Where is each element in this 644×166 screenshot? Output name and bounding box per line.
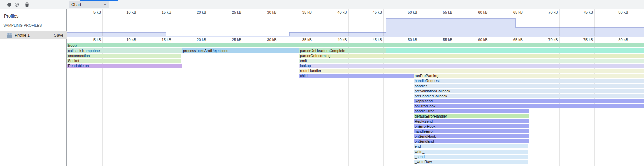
flame-block-callbacktrampoline[interactable]: callbackTrampoline	[67, 48, 182, 53]
active-tab-indicator	[80, 0, 118, 1]
flame-block-onerrorhook[interactable]: onErrorHook	[414, 104, 644, 108]
axis-tick-label: 10 kB	[126, 10, 137, 14]
gridline	[489, 37, 489, 43]
gridline	[630, 37, 630, 43]
flame-block-onsendhook[interactable]: onSendHook	[414, 134, 529, 138]
delete-profile-button[interactable]	[24, 1, 30, 8]
axis-tick-label: 80 kB	[618, 38, 629, 42]
axis-tick-label: 45 kB	[373, 10, 383, 14]
flame-block-processticksandrejections[interactable]: processTicksAndRejections	[182, 48, 299, 53]
flame-block-handleerror[interactable]: handleError	[414, 109, 529, 113]
axis-tick-label: 10 kB	[126, 38, 137, 42]
gridline	[278, 43, 278, 166]
axis-tick-label: 70 kB	[548, 10, 559, 14]
axis-tick-label: 20 kB	[197, 10, 207, 14]
flame-block-prevalidationcallback[interactable]: preValidationCallback	[414, 89, 644, 93]
axis-tick-label: 60 kB	[478, 10, 489, 14]
flame-block-prehandlercallback[interactable]: preHandlerCallback	[414, 94, 644, 98]
gridline	[313, 37, 313, 43]
flame-block-child[interactable]: child	[299, 74, 414, 78]
record-icon	[7, 3, 11, 7]
flame-block-emit[interactable]: emit	[299, 59, 644, 63]
axis-tick-label: 40 kB	[337, 10, 348, 14]
clear-button[interactable]	[13, 1, 20, 8]
profile-grid-icon	[7, 33, 12, 38]
axis-tick-label: 55 kB	[443, 38, 454, 42]
flame-block-handleerror[interactable]: handleError	[414, 129, 529, 133]
gridline	[383, 37, 384, 43]
flame-block-lookup[interactable]: lookup	[299, 64, 644, 68]
gridline	[208, 43, 208, 166]
gridline	[454, 37, 454, 43]
record-button[interactable]	[6, 1, 13, 8]
axis-tick-label: 60 kB	[478, 38, 489, 42]
flame-block-handler[interactable]: handler	[414, 84, 644, 88]
axis-tick-label: 20 kB	[197, 38, 207, 42]
flame-block-parseronheaderscomplete[interactable]: parserOnHeadersComplete	[299, 48, 386, 53]
chart-pane: 5 kB10 kB15 kB20 kB25 kB30 kB35 kB40 kB4…	[67, 9, 644, 166]
axis-tick-label: 75 kB	[583, 38, 594, 42]
axis-tick-label: 5 kB	[93, 10, 102, 14]
flame-block-write_[interactable]: write_	[414, 150, 528, 154]
view-mode-dropdown[interactable]: Chart ▼	[69, 1, 109, 8]
gridline	[348, 37, 349, 43]
flame-block[interactable]	[386, 48, 644, 53]
axis-tick-label: 65 kB	[513, 38, 524, 42]
axis-tick-label: 15 kB	[162, 38, 173, 42]
axis-tick-label: 80 kB	[618, 10, 629, 14]
flame-block-onsendend[interactable]: onSendEnd	[414, 139, 529, 143]
memory-overview-timeline[interactable]: 5 kB10 kB15 kB20 kB25 kB30 kB35 kB40 kB4…	[67, 9, 644, 37]
axis-tick-label: 65 kB	[513, 10, 524, 14]
flame-block-_send[interactable]: _send	[414, 155, 528, 159]
flame-chart: (root)callbackTrampolineprocessTicksAndR…	[67, 43, 644, 166]
axis-tick-label: 30 kB	[267, 38, 278, 42]
axis-tick-label: 30 kB	[267, 10, 278, 14]
axis-tick-label: 15 kB	[162, 10, 173, 14]
block-icon	[15, 3, 19, 7]
sidebar: Profiles SAMPLING PROFILES Profile 1 Sav…	[0, 9, 67, 166]
axis-tick-label: 55 kB	[443, 10, 454, 14]
flame-block-handlerequest[interactable]: handleRequest	[414, 79, 644, 83]
axis-tick-label: 75 kB	[583, 10, 594, 14]
axis-tick-label: 35 kB	[302, 38, 313, 42]
flame-block-reply.send[interactable]: Reply.send	[414, 119, 529, 123]
flame-chart-ruler: 5 kB10 kB15 kB20 kB25 kB30 kB35 kB40 kB4…	[67, 37, 644, 43]
save-profile-link[interactable]: Save	[54, 33, 63, 38]
chevron-down-icon: ▼	[104, 3, 106, 6]
axis-tick-label: 25 kB	[232, 38, 243, 42]
gridline	[243, 37, 243, 43]
flame-block-root[interactable]: (root)	[67, 43, 644, 47]
profiles-title: Profiles	[4, 13, 18, 19]
gridline	[138, 37, 138, 43]
flame-block-defaulterrorhandler[interactable]: defaultErrorHandler	[414, 114, 529, 118]
sidebar-item-profile-1[interactable]: Profile 1 Save	[0, 31, 67, 39]
gridline	[278, 37, 278, 43]
view-mode-value: Chart	[71, 2, 104, 7]
gridline	[208, 37, 208, 43]
flame-block-reply.send[interactable]: Reply.send	[414, 99, 644, 103]
axis-tick-label: 50 kB	[408, 38, 418, 42]
gridline	[243, 43, 243, 166]
flame-block-onconnection[interactable]: onconnection	[67, 54, 181, 58]
gridline	[419, 37, 419, 43]
flame-block-onerrorhook[interactable]: onErrorHook	[414, 124, 529, 128]
axis-tick-label: 45 kB	[373, 38, 383, 42]
axis-tick-label: 40 kB	[337, 38, 348, 42]
trash-icon	[25, 2, 29, 7]
sampling-profiles-section-label: SAMPLING PROFILES	[3, 23, 42, 27]
flame-block-end[interactable]: end	[414, 144, 528, 148]
axis-tick-label: 25 kB	[232, 10, 243, 14]
toolbar-divider	[21, 2, 21, 7]
flame-block-_writeraw[interactable]: _writeRaw	[414, 160, 528, 164]
flame-block-readable.on[interactable]: Readable.on	[67, 64, 182, 68]
gridline	[524, 37, 524, 43]
flame-block-routehandler[interactable]: routeHandler	[299, 69, 644, 73]
flame-block-parseronincoming[interactable]: parserOnIncoming	[299, 54, 644, 58]
flame-block-socket[interactable]: Socket	[67, 59, 181, 63]
gridline	[594, 37, 595, 43]
flame-block-runpreparsing[interactable]: runPreParsing	[414, 74, 644, 78]
gridline	[559, 37, 560, 43]
gridline	[173, 37, 173, 43]
axis-tick-label: 5 kB	[93, 38, 102, 42]
toolbar: Chart ▼	[0, 0, 644, 9]
